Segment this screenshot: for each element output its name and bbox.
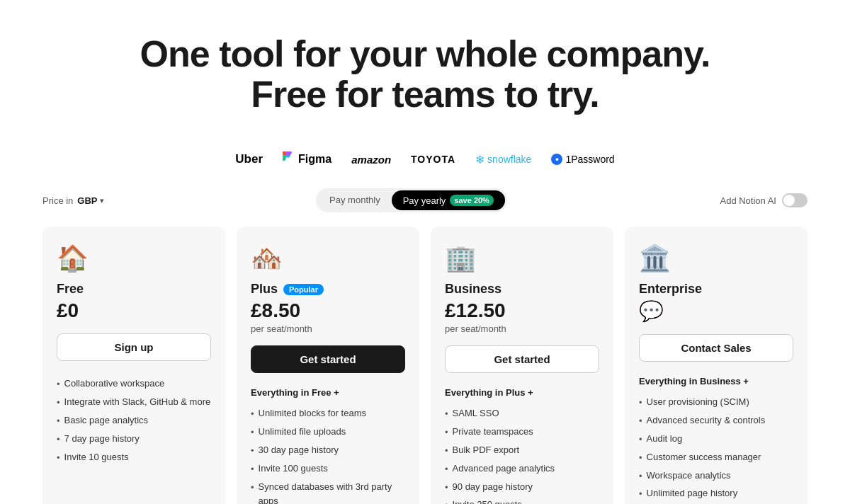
feature-item: Audit log <box>639 430 793 449</box>
feature-item: Customer success manager <box>639 449 793 467</box>
feature-item: Unlimited blocks for teams <box>251 405 405 423</box>
notion-ai-switch[interactable] <box>782 193 808 207</box>
feature-item: Workspace analytics <box>639 467 793 486</box>
free-name: Free <box>57 282 211 297</box>
hero-title: One tool for your whole company. Free fo… <box>14 34 836 115</box>
plus-features: Unlimited blocks for teamsUnlimited file… <box>251 405 405 504</box>
plus-name: PlusPopular <box>251 282 405 297</box>
hero-section: One tool for your whole company. Free fo… <box>0 0 850 137</box>
enterprise-contact-icon: 💬 <box>639 299 793 323</box>
save-badge: save 20% <box>450 195 494 206</box>
feature-item: Advanced page analytics <box>445 460 599 479</box>
enterprise-section-label: Everything in Business + <box>639 376 793 386</box>
plus-section-label: Everything in Free + <box>251 387 405 398</box>
free-icon: 🏠 <box>57 244 211 273</box>
notion-ai-toggle: Add Notion AI <box>720 193 808 207</box>
logo-1password: ● 1Password <box>551 154 614 165</box>
enterprise-icon: 🏛️ <box>639 244 793 273</box>
feature-item: Basic page analytics <box>57 412 211 430</box>
plus-price-detail: per seat/month <box>251 323 405 334</box>
price-in-section: Price in GBP ▾ <box>42 195 103 206</box>
enterprise-name: Enterprise <box>639 282 793 297</box>
feature-item: 90 day page history <box>445 479 599 497</box>
feature-item: Advanced security & controls <box>639 412 793 430</box>
business-price: £12.50 <box>445 299 599 322</box>
feature-item: Unlimited page history <box>639 485 793 503</box>
free-features: Collaborative workspaceIntegrate with Sl… <box>57 375 211 466</box>
currency-selector[interactable]: GBP ▾ <box>77 195 103 206</box>
plans-grid: 🏠Free£0Sign upCollaborative workspaceInt… <box>0 227 850 504</box>
billing-monthly[interactable]: Pay monthly <box>318 190 392 210</box>
logo-snowflake: ❄ snowflake <box>475 153 531 166</box>
controls-bar: Price in GBP ▾ Pay monthly Pay yearly sa… <box>0 188 850 227</box>
enterprise-features: User provisioning (SCIM)Advanced securit… <box>639 394 793 504</box>
business-features: SAML SSOPrivate teamspacesBulk PDF expor… <box>445 405 599 504</box>
chevron-down-icon: ▾ <box>100 197 103 205</box>
plan-card-free: 🏠Free£0Sign upCollaborative workspaceInt… <box>42 227 225 504</box>
feature-item: User provisioning (SCIM) <box>639 394 793 412</box>
feature-item: Synced databases with 3rd party apps <box>251 479 405 504</box>
free-price: £0 <box>57 299 211 322</box>
billing-yearly[interactable]: Pay yearly save 20% <box>392 190 505 210</box>
plan-card-plus: 🏘️PlusPopular£8.50per seat/monthGet star… <box>237 227 419 504</box>
free-cta-button[interactable]: Sign up <box>57 333 211 361</box>
logo-uber: Uber <box>235 152 263 166</box>
business-name: Business <box>445 282 599 297</box>
logos-bar: Uber Figma amazon TOYOTA ❄ snowflake ● 1… <box>0 137 850 188</box>
notion-ai-label: Add Notion AI <box>720 195 776 206</box>
billing-toggle: Pay monthly Pay yearly save 20% <box>316 188 507 212</box>
popular-badge: Popular <box>283 284 324 295</box>
business-cta-button[interactable]: Get started <box>445 345 599 373</box>
feature-item: Bulk PDF export <box>445 442 599 460</box>
price-in-label: Price in <box>42 195 73 206</box>
enterprise-cta-button[interactable]: Contact Sales <box>639 334 793 362</box>
feature-item: Unlimited file uploads <box>251 423 405 442</box>
logo-toyota: TOYOTA <box>411 154 455 165</box>
feature-item: Invite 250 guests <box>445 496 599 504</box>
plan-card-business: 🏢Business£12.50per seat/monthGet started… <box>431 227 613 504</box>
plus-icon: 🏘️ <box>251 244 405 273</box>
feature-item: Invite 100 guests <box>251 460 405 479</box>
onepass-icon: ● <box>551 154 562 165</box>
feature-item: Integrate with Slack, GitHub & more <box>57 394 211 412</box>
feature-item: Invite 10 guests <box>57 449 211 467</box>
feature-item: SAML SSO <box>445 405 599 423</box>
feature-item: 7 day page history <box>57 430 211 449</box>
logo-amazon: amazon <box>351 154 391 166</box>
feature-item: Private teamspaces <box>445 423 599 442</box>
plan-card-enterprise: 🏛️Enterprise💬Contact SalesEverything in … <box>625 227 808 504</box>
snowflake-icon: ❄ <box>475 153 484 166</box>
business-icon: 🏢 <box>445 244 599 273</box>
logo-figma: Figma <box>283 151 332 167</box>
plus-cta-button[interactable]: Get started <box>251 345 405 373</box>
business-section-label: Everything in Plus + <box>445 387 599 398</box>
currency-value: GBP <box>77 195 97 206</box>
plus-price: £8.50 <box>251 299 405 322</box>
feature-item: Collaborative workspace <box>57 375 211 394</box>
business-price-detail: per seat/month <box>445 323 599 334</box>
feature-item: 30 day page history <box>251 442 405 460</box>
